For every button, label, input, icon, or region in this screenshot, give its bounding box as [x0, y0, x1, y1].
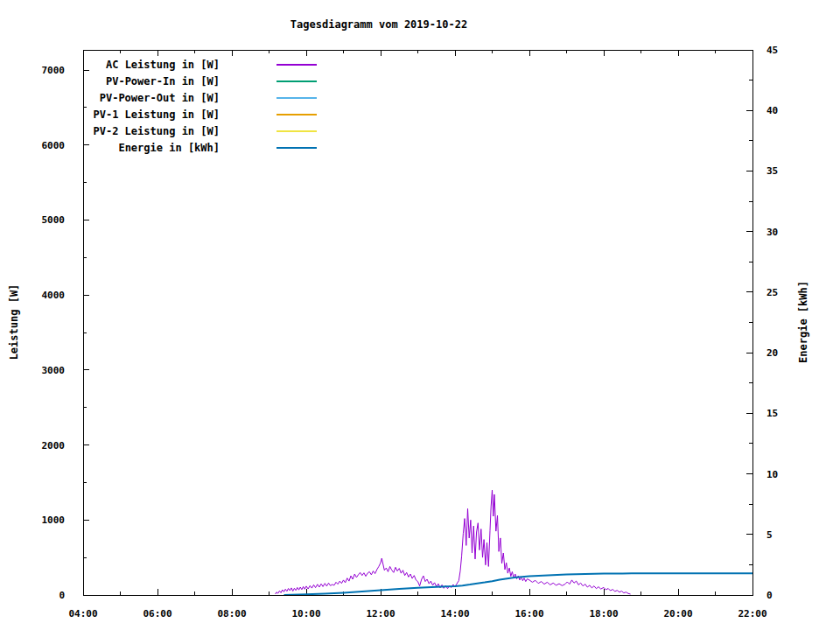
- chart: Tagesdiagramm vom 2019-10-22 Leistung [W…: [0, 0, 840, 630]
- y-tick-label: 1000: [42, 514, 66, 526]
- legend-label: AC Leistung in [W]: [106, 59, 220, 71]
- plot-area: 04:0006:0008:0010:0012:0014:0016:0018:00…: [0, 0, 840, 630]
- y2-tick-label: 10: [766, 469, 778, 480]
- x-tick-label: 20:00: [663, 608, 692, 620]
- x-tick-label: 08:00: [217, 608, 246, 620]
- x-tick-label: 12:00: [366, 608, 395, 620]
- y2-tick-label: 25: [766, 287, 778, 298]
- series-line-energie-in-kwh-: [284, 573, 753, 595]
- y-tick-label: 7000: [42, 65, 66, 76]
- legend-label: PV-2 Leistung in [W]: [94, 125, 220, 137]
- y-tick-label: 0: [59, 590, 65, 601]
- y-tick-label: 6000: [42, 140, 66, 151]
- y-tick-label: 2000: [42, 440, 66, 452]
- x-tick-label: 10:00: [291, 608, 320, 620]
- x-tick-label: 16:00: [514, 608, 543, 620]
- y2-tick-label: 40: [766, 105, 778, 116]
- y2-tick-label: 0: [766, 590, 773, 601]
- x-tick-label: 06:00: [143, 608, 172, 620]
- y2-tick-label: 30: [766, 227, 778, 238]
- series-line-ac-leistung-in-w-: [276, 490, 631, 594]
- legend-label: PV-Power-In in [W]: [106, 75, 220, 88]
- legend-label: PV-Power-Out in [W]: [100, 92, 220, 104]
- y2-tick-label: 35: [766, 165, 778, 177]
- legend-label: Energie in [kWh]: [118, 142, 220, 154]
- y2-tick-label: 15: [766, 408, 778, 419]
- y2-tick-label: 45: [766, 45, 778, 56]
- y-tick-label: 3000: [42, 365, 66, 376]
- x-tick-label: 22:00: [738, 608, 766, 620]
- x-tick-label: 04:00: [68, 608, 97, 620]
- legend-label: PV-1 Leistung in [W]: [94, 108, 220, 121]
- y2-tick-label: 20: [766, 347, 778, 359]
- x-tick-label: 14:00: [440, 608, 469, 620]
- y-tick-label: 4000: [42, 290, 66, 301]
- x-tick-label: 18:00: [589, 608, 618, 620]
- y2-tick-label: 5: [766, 529, 773, 541]
- y-tick-label: 5000: [42, 214, 66, 226]
